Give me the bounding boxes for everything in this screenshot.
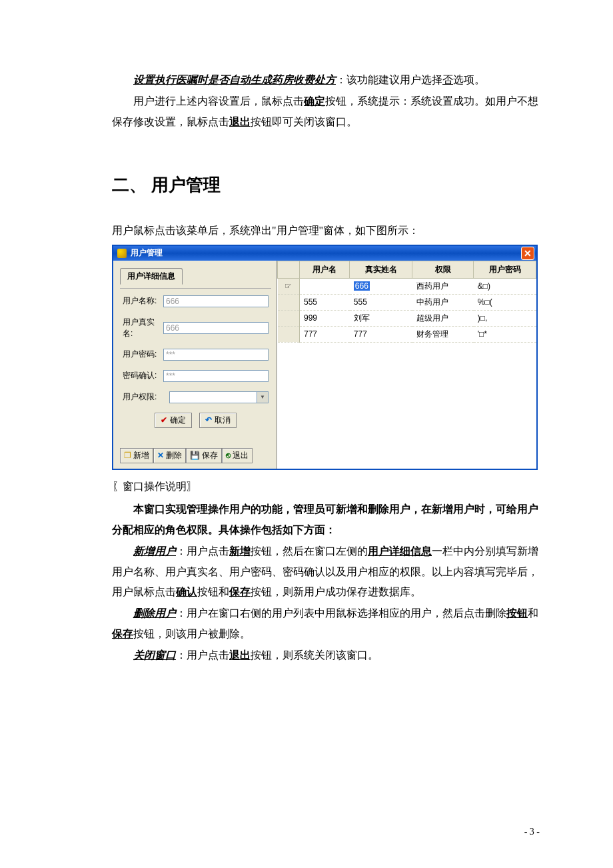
username-field[interactable] — [163, 295, 269, 307]
ops-del: 删除用户：用户在窗口右侧的用户列表中用鼠标选择相应的用户，然后点击删除按钮和保存… — [112, 603, 540, 644]
exit-icon: ⎋ — [226, 451, 231, 460]
document-page: 设置执行医嘱时是否自动生成药房收费处方：该功能建议用户选择否选项。 用户进行上述… — [0, 0, 613, 868]
intro-line-2: 用户进行上述内容设置后，鼠标点击确定按钮，系统提示：系统设置成功。如用户不想保存… — [112, 91, 540, 132]
password-field[interactable] — [163, 349, 269, 361]
intro-line-1: 设置执行医嘱时是否自动生成药房收费处方：该功能建议用户选择否选项。 — [112, 70, 540, 90]
label-username: 用户名称: — [123, 295, 163, 307]
save-icon: 💾 — [190, 451, 200, 460]
user-table: 用户名 真实姓名 权限 用户密码 ☞666西药用户&□)555555中药用户%□… — [277, 261, 536, 343]
table-row[interactable]: 999刘军超级用户)□, — [278, 310, 536, 326]
user-list-pane: 用户名 真实姓名 权限 用户密码 ☞666西药用户&□)555555中药用户%□… — [277, 261, 536, 469]
col-role: 权限 — [412, 261, 474, 278]
cancel-button[interactable]: ↶ 取消 — [199, 413, 237, 428]
confirm-field[interactable] — [163, 370, 269, 382]
toolbar: ❐新增 ✕删除 💾保存 ⎋退出 — [120, 428, 271, 463]
detail-pane: 用户详细信息 用户名称: 用户真实名: 用户密码: — [113, 261, 277, 469]
add-button[interactable]: ❐新增 — [120, 448, 153, 463]
ok-button[interactable]: ✔ 确定 — [155, 413, 192, 428]
row-indicator: ☞ — [278, 278, 300, 294]
label-realname: 用户真实名: — [123, 317, 163, 339]
tab-user-detail[interactable]: 用户详细信息 — [120, 268, 183, 285]
table-row[interactable]: ☞666西药用户&□) — [278, 278, 536, 294]
label-role: 用户权限: — [123, 391, 169, 403]
label-password: 用户密码: — [123, 349, 163, 360]
undo-icon: ↶ — [205, 415, 212, 425]
ops-heading: 〖窗口操作说明〗 — [112, 477, 540, 497]
col-indicator — [278, 261, 300, 278]
role-combo[interactable]: ▼ — [169, 391, 269, 403]
save-button[interactable]: 💾保存 — [186, 448, 222, 463]
app-icon — [117, 249, 127, 258]
section-heading: 二、 用户管理 — [112, 169, 540, 201]
window-title: 用户管理 — [131, 247, 163, 259]
check-icon: ✔ — [161, 415, 167, 425]
user-mgmt-window: 用户管理 ✕ 用户详细信息 用户名称: 用户真实名: — [112, 245, 538, 470]
window-titlebar: 用户管理 ✕ — [113, 246, 536, 261]
ops-add: 新增用户：用户点击新增按钮，然后在窗口左侧的用户详细信息一栏中内分别填写新增用户… — [112, 541, 540, 602]
chevron-down-icon[interactable]: ▼ — [257, 392, 268, 403]
lead-text: 用户鼠标点击该菜单后，系统弹出"用户管理"窗体，如下图所示： — [112, 221, 540, 241]
page-number: - 3 - — [524, 823, 540, 841]
col-password: 用户密码 — [474, 261, 536, 278]
table-row[interactable]: 555555中药用户%□( — [278, 294, 536, 310]
realname-field[interactable] — [163, 322, 269, 334]
ops-summary: 本窗口实现管理操作用户的功能，管理员可新增和删除用户，在新增用户时，可给用户分配… — [112, 499, 540, 540]
emphasis: 设置执行医嘱时是否自动生成药房收费处方 — [133, 74, 336, 85]
label-confirm: 密码确认: — [123, 370, 163, 381]
row-indicator — [278, 310, 300, 326]
table-row[interactable]: 777777财务管理'□* — [278, 326, 536, 342]
delete-icon: ✕ — [157, 451, 164, 460]
row-indicator — [278, 326, 300, 342]
row-indicator — [278, 294, 300, 310]
ops-close: 关闭窗口：用户点击退出按钮，则系统关闭该窗口。 — [112, 645, 540, 665]
delete-button[interactable]: ✕删除 — [153, 448, 186, 463]
add-icon: ❐ — [124, 451, 131, 460]
col-username: 用户名 — [300, 261, 350, 278]
exit-button[interactable]: ⎋退出 — [222, 448, 253, 463]
close-icon[interactable]: ✕ — [521, 247, 534, 260]
col-realname: 真实姓名 — [350, 261, 412, 278]
